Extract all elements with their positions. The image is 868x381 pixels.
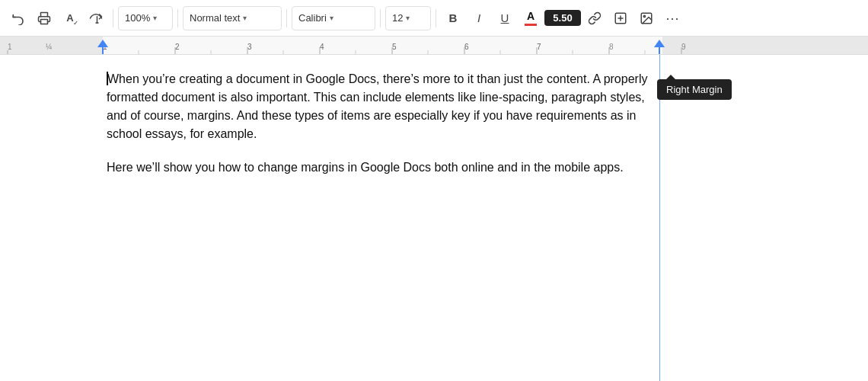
zoom-value: 100% (125, 12, 150, 24)
italic-button[interactable]: I (467, 6, 491, 30)
toolbar: A✓ 100% ▾ Normal text ▾ Calibri ▾ 12 ▾ B… (0, 0, 868, 37)
link-button[interactable] (582, 6, 607, 30)
print-button[interactable] (32, 6, 56, 30)
ruler-svg: 1 ¼ 1 2 3 4 5 6 7 8 9 (0, 37, 868, 54)
divider-1 (113, 9, 113, 27)
insert-image-button[interactable] (634, 6, 659, 30)
paintformat-button[interactable] (84, 6, 108, 30)
document-page: Right Margin When you’re creating a docu… (0, 55, 868, 381)
svg-text:4: 4 (320, 43, 324, 51)
divider-2 (177, 9, 178, 27)
spellcheck-button[interactable]: A✓ (58, 6, 82, 30)
svg-text:¼: ¼ (46, 43, 52, 51)
margin-value-badge: 5.50 (544, 10, 581, 26)
size-value: 12 (392, 12, 403, 24)
svg-rect-41 (659, 47, 660, 54)
svg-text:1: 1 (8, 43, 12, 51)
style-chevron-icon: ▾ (243, 14, 247, 22)
right-margin-line (659, 55, 660, 381)
size-select[interactable]: 12 ▾ (385, 6, 431, 30)
zoom-chevron-icon: ▾ (153, 14, 157, 22)
zoom-select[interactable]: 100% ▾ (118, 6, 173, 30)
document-content[interactable]: When you’re creating a document in Googl… (107, 70, 655, 192)
more-button[interactable]: ⋯ (660, 6, 685, 30)
svg-text:3: 3 (247, 43, 252, 51)
font-select[interactable]: Calibri ▾ (292, 6, 375, 30)
svg-rect-40 (102, 47, 104, 54)
bold-button[interactable]: B (441, 6, 465, 30)
divider-4 (380, 9, 381, 27)
svg-text:2: 2 (175, 43, 180, 51)
size-chevron-icon: ▾ (406, 14, 410, 22)
font-value: Calibri (298, 12, 327, 24)
svg-text:6: 6 (464, 43, 469, 51)
right-margin-tooltip: Right Margin (657, 79, 732, 100)
svg-text:9: 9 (681, 43, 686, 51)
divider-5 (436, 9, 436, 27)
style-value: Normal text (190, 12, 240, 24)
svg-rect-0 (41, 19, 48, 24)
svg-rect-10 (103, 37, 662, 54)
style-select[interactable]: Normal text ▾ (183, 6, 282, 30)
svg-rect-9 (662, 37, 868, 54)
ruler: 1 ¼ 1 2 3 4 5 6 7 8 9 (0, 37, 868, 55)
insert-table-button[interactable] (608, 6, 633, 30)
undo-button[interactable] (6, 6, 30, 30)
paragraph-2: Here we’ll show you how to change margin… (107, 158, 655, 177)
color-underline (525, 24, 537, 26)
svg-text:5: 5 (392, 43, 397, 51)
paragraph-1: When you’re creating a document in Googl… (107, 70, 655, 143)
text-color-button[interactable]: A (519, 6, 543, 30)
svg-text:8: 8 (609, 43, 614, 51)
svg-text:7: 7 (537, 43, 541, 51)
font-chevron-icon: ▾ (330, 14, 333, 22)
document-area: Right Margin When you’re creating a docu… (0, 55, 868, 381)
divider-3 (286, 9, 287, 27)
underline-button[interactable]: U (493, 6, 517, 30)
svg-point-7 (643, 15, 645, 17)
